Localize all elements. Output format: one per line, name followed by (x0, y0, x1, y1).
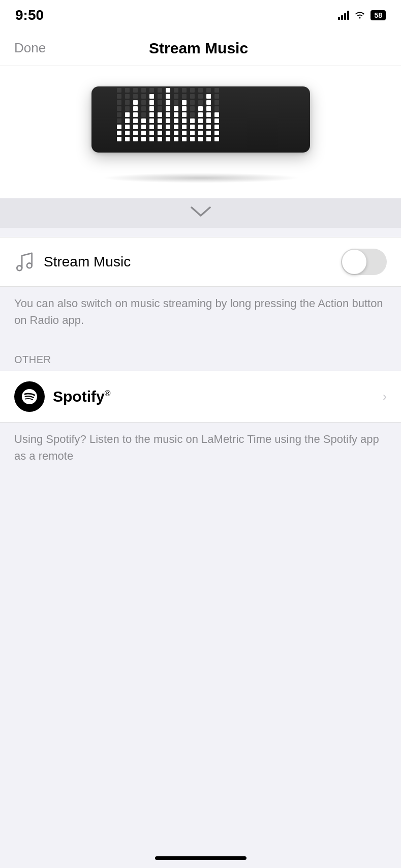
device-image (91, 86, 310, 173)
eq-display (117, 98, 285, 141)
page-title: Stream Music (46, 40, 351, 57)
eq-bar (125, 88, 130, 141)
spotify-icon (20, 387, 39, 406)
battery-icon: 58 (371, 10, 386, 20)
spotify-row[interactable]: Spotify® › (0, 371, 401, 423)
svg-point-1 (27, 263, 32, 268)
eq-bar (117, 88, 121, 141)
stream-music-toggle[interactable] (341, 249, 387, 275)
eq-bar (198, 88, 203, 141)
spotify-logo (14, 381, 45, 412)
eq-bar (166, 88, 170, 141)
other-section-header: OTHER (0, 343, 401, 371)
signal-icon (338, 11, 349, 20)
eq-bar (174, 88, 178, 141)
status-icons: 58 (338, 10, 386, 21)
eq-bar (141, 88, 146, 141)
chevron-down-icon (191, 206, 211, 220)
spotify-description: Using Spotify? Listen to the music on La… (0, 423, 401, 478)
stream-music-label: Stream Music (44, 254, 341, 270)
eq-bar (190, 88, 195, 141)
svg-point-0 (17, 265, 22, 271)
status-bar: 9:50 58 (0, 0, 401, 31)
device-section (0, 66, 401, 198)
toggle-knob (342, 250, 366, 274)
spotify-name: Spotify® (53, 388, 383, 405)
status-time: 9:50 (15, 7, 44, 23)
eq-bar (158, 88, 162, 141)
done-button[interactable]: Done (14, 40, 46, 56)
chevron-divider (0, 198, 401, 228)
chevron-right-icon: › (383, 390, 387, 404)
eq-bar (214, 88, 219, 141)
stream-music-group: Stream Music (0, 237, 401, 287)
stream-music-description: You can also switch on music streaming b… (0, 287, 401, 343)
eq-bar (182, 88, 187, 141)
eq-bar (133, 88, 138, 141)
eq-bar (206, 88, 211, 141)
eq-bar (149, 88, 154, 141)
settings-section: Stream Music You can also switch on musi… (0, 228, 401, 478)
stream-music-row: Stream Music (0, 237, 401, 286)
music-note-icon (14, 251, 35, 273)
home-indicator (155, 856, 246, 860)
nav-bar: Done Stream Music (0, 31, 401, 66)
wifi-icon (354, 10, 365, 21)
